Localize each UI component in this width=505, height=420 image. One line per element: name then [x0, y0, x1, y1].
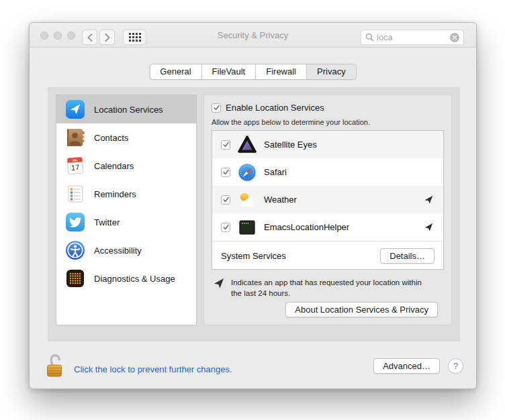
enable-location-services-checkbox[interactable]	[212, 103, 221, 113]
app-name: EmacsLocationHelper	[264, 222, 417, 232]
security-privacy-window: Security & Privacy General FileVault Fir…	[29, 22, 477, 389]
sidebar-item-label: Diagnostics & Usage	[94, 274, 175, 284]
sidebar-item-label: Contacts	[94, 133, 128, 143]
app-name: Satellite Eyes	[264, 140, 434, 150]
system-services-label: System Services	[221, 251, 380, 261]
app-checkbox[interactable]	[221, 140, 230, 150]
sidebar-item-label: Calendars	[94, 161, 134, 171]
weather-icon	[238, 191, 257, 209]
privacy-pane: Location Services Contacts	[48, 87, 460, 342]
app-row-safari[interactable]: Safari	[212, 158, 443, 186]
sidebar-item-calendars[interactable]: JUL 17 Calendars	[56, 152, 196, 180]
sidebar-item-location-services[interactable]: Location Services	[56, 95, 196, 123]
checkmark-icon	[222, 141, 230, 148]
app-row-weather[interactable]: Weather	[212, 186, 443, 213]
app-checkbox[interactable]	[221, 168, 230, 177]
lock-area: Click the lock to prevent further change…	[46, 352, 232, 378]
terminal-icon	[238, 218, 257, 237]
recent-location-arrow-icon	[424, 223, 433, 231]
advanced-button[interactable]: Advanced…	[373, 358, 440, 374]
svg-text:17: 17	[71, 163, 80, 172]
sidebar-item-twitter[interactable]: Twitter	[56, 208, 196, 236]
app-name: Weather	[264, 195, 417, 205]
privacy-category-list: Location Services Contacts	[56, 95, 197, 325]
location-services-panel: Enable Location Services Allow the apps …	[203, 95, 452, 325]
checkmark-icon	[222, 196, 230, 203]
tab-firewall[interactable]: Firewall	[255, 64, 306, 79]
search-field[interactable]	[361, 30, 464, 45]
accessibility-icon	[65, 240, 85, 260]
satellite-eyes-icon	[238, 136, 257, 154]
system-services-row: System Services Details…	[212, 241, 443, 270]
tab-filevault[interactable]: FileVault	[201, 64, 256, 79]
search-icon	[365, 33, 374, 42]
calendars-icon: JUL 17	[65, 156, 85, 176]
app-row-emacslocationhelper[interactable]: EmacsLocationHelper	[212, 213, 443, 241]
sidebar-item-label: Location Services	[94, 105, 163, 115]
sidebar-item-diagnostics[interactable]: Diagnostics & Usage	[56, 264, 196, 293]
tab-general[interactable]: General	[150, 64, 201, 79]
sidebar-item-label: Accessibility	[94, 246, 142, 256]
unlocked-padlock-icon[interactable]	[46, 352, 64, 378]
footnote-text: Indicates an app that has requested your…	[231, 278, 422, 299]
diagnostics-icon	[65, 268, 85, 288]
contacts-icon	[65, 127, 85, 148]
enable-location-services-label[interactable]: Enable Location Services	[226, 103, 324, 113]
app-checkbox[interactable]	[221, 195, 230, 205]
search-clear-button[interactable]	[450, 33, 459, 42]
help-button[interactable]: ?	[448, 358, 463, 374]
twitter-icon	[65, 212, 85, 232]
title-bar: Security & Privacy	[30, 23, 476, 48]
svg-text:JUL: JUL	[72, 158, 78, 162]
details-button[interactable]: Details…	[380, 248, 434, 264]
recent-location-footnote: Indicates an app that has requested your…	[214, 278, 422, 299]
app-name: Safari	[264, 167, 434, 177]
close-icon	[452, 35, 457, 40]
safari-icon	[238, 163, 257, 182]
lock-hint-text: Click the lock to prevent further change…	[74, 364, 232, 374]
preference-tabs: General FileVault Firewall Privacy	[149, 64, 356, 80]
sidebar-item-contacts[interactable]: Contacts	[56, 123, 196, 152]
app-permission-list: Satellite Eyes	[212, 130, 444, 270]
tab-privacy[interactable]: Privacy	[306, 64, 356, 79]
enable-location-services-row: Enable Location Services	[212, 103, 324, 113]
checkmark-icon	[222, 223, 230, 231]
question-mark-icon: ?	[453, 361, 458, 371]
screenshot: Security & Privacy General FileVault Fir…	[0, 0, 505, 420]
location-services-subtitle: Allow the apps below to determine your l…	[212, 118, 370, 126]
recent-location-arrow-icon	[424, 195, 433, 204]
location-services-icon	[65, 99, 85, 119]
sidebar-item-reminders[interactable]: Reminders	[56, 180, 196, 208]
app-checkbox[interactable]	[221, 223, 230, 232]
about-location-services-button[interactable]: About Location Services & Privacy	[285, 302, 438, 317]
sidebar-item-label: Twitter	[94, 217, 120, 227]
location-arrow-icon	[214, 278, 224, 288]
sidebar-item-accessibility[interactable]: Accessibility	[56, 236, 196, 264]
app-row-satellite-eyes[interactable]: Satellite Eyes	[212, 131, 443, 158]
search-input[interactable]	[374, 32, 450, 42]
checkmark-icon	[213, 104, 220, 111]
reminders-icon	[65, 184, 85, 204]
checkmark-icon	[222, 168, 230, 176]
sidebar-item-label: Reminders	[94, 189, 136, 199]
